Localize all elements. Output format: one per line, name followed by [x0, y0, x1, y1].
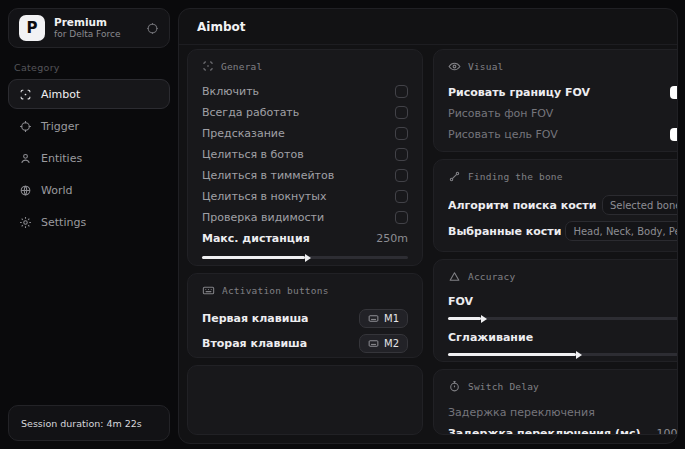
- bone-algorithm-row: Алгоритм поиска кости Selected bone: [448, 192, 677, 218]
- keybind-button-secondary[interactable]: M2: [359, 334, 408, 353]
- section-title: Accuracy: [468, 271, 515, 282]
- dropdown-value: Head, Neck, Body, Pe...: [573, 226, 677, 237]
- sidebar-item-trigger[interactable]: Trigger: [8, 111, 170, 141]
- toggle-label: Предсказание: [202, 127, 285, 140]
- triangle-icon: [448, 270, 461, 283]
- general-card: General Включить Всегда работать Предска…: [187, 49, 423, 266]
- toggle-label: Включить: [202, 85, 259, 98]
- accuracy-card: Accuracy FOV 60° Сг: [433, 259, 677, 362]
- toggle-label: Задержка переключения: [448, 406, 595, 419]
- switch-delay-card-header: Switch Delay: [448, 380, 677, 393]
- sidebar-item-settings[interactable]: Settings: [8, 207, 170, 237]
- eye-icon: [448, 60, 461, 73]
- timer-icon: [448, 380, 461, 393]
- globe-icon: [19, 184, 32, 197]
- max-distance-slider[interactable]: [202, 251, 408, 263]
- section-title: Finding the bone: [468, 171, 563, 182]
- sidebar-item-world[interactable]: World: [8, 175, 170, 205]
- toggle-label: Целиться в тиммейтов: [202, 169, 334, 182]
- sidebar-item-label: Settings: [41, 216, 86, 229]
- checkbox[interactable]: [395, 85, 408, 98]
- main-content: General Включить Всегда работать Предска…: [179, 45, 677, 443]
- scan-crosshair-icon: [202, 60, 214, 72]
- right-column: Visual Рисовать границу FOV Рисовать фон…: [433, 49, 677, 435]
- keyboard-icon: [202, 284, 215, 297]
- main-panel: Aimbot General Включить: [178, 8, 678, 444]
- switch-delay-card: Switch Delay Задержка переключения Задер…: [433, 369, 677, 435]
- checkbox[interactable]: [395, 148, 408, 161]
- sidebar-item-aimbot[interactable]: Aimbot: [8, 79, 170, 109]
- toggle-row: Целиться в ботов: [202, 144, 408, 165]
- sidebar-item-label: Aimbot: [41, 88, 80, 101]
- entities-icon: [19, 152, 32, 165]
- smoothing-slider[interactable]: [448, 348, 677, 360]
- dropdown-value: Selected bone: [610, 200, 677, 211]
- accuracy-card-header: Accuracy: [448, 270, 677, 283]
- checkbox[interactable]: [395, 127, 408, 140]
- selected-bones-row: Выбранные кости Head, Neck, Body, Pe...: [448, 218, 677, 244]
- general-card-header: General: [202, 60, 408, 72]
- sidebar-spacer: [8, 237, 170, 405]
- sidebar-item-label: World: [41, 184, 73, 197]
- sidebar-item-label: Entities: [41, 152, 82, 165]
- color-swatch[interactable]: [670, 128, 677, 141]
- visual-row: Рисовать цель FOV: [448, 124, 677, 145]
- toggle-row: Всегда работать: [202, 102, 408, 123]
- activation-card-header: Activation buttons: [202, 284, 408, 297]
- bone-card-header: Finding the bone: [448, 170, 677, 183]
- keybind-label: Вторая клавиша: [202, 337, 307, 350]
- selected-bones-label: Выбранные кости: [448, 225, 561, 238]
- finding-bone-card: Finding the bone Алгоритм поиска кости S…: [433, 159, 677, 252]
- session-duration-text: Session duration: 4m 22s: [21, 418, 142, 429]
- fov-slider-group: FOV 60°: [448, 292, 677, 324]
- slider-value: 250m: [376, 232, 408, 245]
- visual-card: Visual Рисовать границу FOV Рисовать фон…: [433, 49, 677, 152]
- smoothing-slider-group: Сглаживание 50%: [448, 328, 677, 360]
- activation-buttons-card: Activation buttons Первая клавиша M1 Вто…: [187, 273, 423, 358]
- checkbox[interactable]: [395, 190, 408, 203]
- target-icon[interactable]: [146, 22, 159, 35]
- brand-logo: P: [19, 15, 45, 41]
- keyboard-icon: [368, 313, 379, 324]
- bone-algorithm-label: Алгоритм поиска кости: [448, 199, 598, 212]
- main-header: Aimbot: [179, 9, 677, 45]
- scan-crosshair-icon: [19, 88, 32, 101]
- sidebar: P Premium for Delta Force Category Aimbo…: [0, 0, 178, 449]
- bone-algorithm-select[interactable]: Selected bone: [602, 195, 677, 215]
- toggle-row: Предсказание: [202, 123, 408, 144]
- brand-card: P Premium for Delta Force: [8, 8, 170, 48]
- gear-icon: [19, 216, 32, 229]
- keybind-button-primary[interactable]: M1: [359, 309, 408, 328]
- checkbox[interactable]: [395, 211, 408, 224]
- keybind-label: Первая клавиша: [202, 312, 309, 325]
- checkbox[interactable]: [395, 106, 408, 119]
- sidebar-item-entities[interactable]: Entities: [8, 143, 170, 173]
- checkbox[interactable]: [395, 169, 408, 182]
- fov-slider[interactable]: [448, 312, 677, 324]
- toggle-label: Всегда работать: [202, 106, 299, 119]
- keyboard-icon: [368, 338, 379, 349]
- session-duration-card: Session duration: 4m 22s: [8, 405, 170, 441]
- visual-label: Рисовать границу FOV: [448, 86, 590, 99]
- sidebar-nav: Aimbot Trigger Entities World: [8, 79, 170, 237]
- keybind-value: M2: [384, 338, 399, 349]
- keybind-value: M1: [384, 313, 399, 324]
- selected-bones-select[interactable]: Head, Neck, Body, Pe...: [565, 221, 677, 241]
- left-column: General Включить Всегда работать Предска…: [187, 49, 423, 435]
- slider-label: Сглаживание: [448, 331, 533, 344]
- sidebar-item-label: Trigger: [41, 120, 79, 133]
- toggle-row: Включить: [202, 81, 408, 102]
- slider-value-row: Сглаживание 50%: [448, 328, 677, 346]
- color-swatch[interactable]: [670, 86, 677, 99]
- slider-value-row: Задержка переключения (мс) 1000 ms: [448, 423, 677, 435]
- slider-value-row: Макс. дистанция 250m: [202, 228, 408, 249]
- keybind-row: Вторая клавиша M2: [202, 331, 408, 356]
- slider-value: 1000 ms: [656, 427, 677, 435]
- section-title: Visual: [468, 61, 504, 72]
- page-title: Aimbot: [197, 20, 245, 34]
- visual-label: Рисовать цель FOV: [448, 128, 558, 141]
- brand-subtitle: for Delta Force: [54, 29, 137, 40]
- visual-row: Рисовать фон FOV: [448, 103, 677, 124]
- toggle-label: Целиться в нокнутых: [202, 190, 326, 203]
- crosshair-icon: [19, 120, 32, 133]
